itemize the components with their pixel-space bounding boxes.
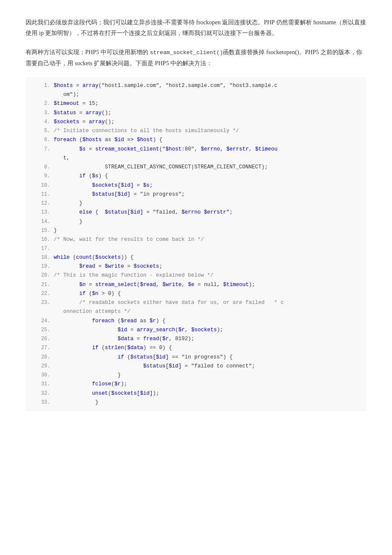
code-line: 4.$sockets = array(); <box>38 118 362 127</box>
line-number: 31. <box>38 380 50 388</box>
code-line: 5./* Initiate connections to all the hos… <box>38 127 362 136</box>
line-content: } <box>54 199 362 208</box>
code-line: 10. $sockets[$id] = $s; <box>38 181 362 190</box>
line-number: 13. <box>38 208 50 217</box>
code-line: 31. fclose($r); <box>38 380 362 389</box>
line-number: 17. <box>38 244 50 253</box>
line-content: fclose($r); <box>54 380 362 389</box>
line-number: 2. <box>38 99 50 108</box>
line-number: 23. <box>38 298 50 307</box>
line-content: unset($sockets[$id]); <box>54 389 362 398</box>
line-number: 20. <box>38 271 50 280</box>
line-content: /* Now, wait for the results to come bac… <box>54 235 362 244</box>
code-line: 32. unset($sockets[$id]); <box>38 389 362 398</box>
line-content: } <box>54 217 362 226</box>
code-line: 18.while (count($sockets)) { <box>38 253 362 262</box>
code-line: 14. } <box>38 217 362 226</box>
line-number: 6. <box>38 136 50 144</box>
line-content: $timeout = 15; <box>54 99 362 108</box>
code-line: 22. if ($n > 0) { <box>38 289 362 298</box>
line-number: 5. <box>38 127 50 135</box>
line-content: $status[$id] = "in progress"; <box>54 190 362 199</box>
line-content: while (count($sockets)) { <box>54 253 362 262</box>
code-line: 29. $status[$id] = "failed to connect"; <box>38 362 362 371</box>
line-content: if ($status[$id] == "in progress") { <box>54 353 362 362</box>
paragraph-1-text: 因此我们必须放弃这段代码；我们可以建立异步连接-不需要等待 fsockopen … <box>26 19 366 36</box>
code-line: 2.$timeout = 15; <box>38 99 362 108</box>
code-line: 15.} <box>38 226 362 235</box>
line-number: 19. <box>38 262 50 271</box>
code-line: 7. $s = stream_socket_client("$host:80",… <box>38 145 362 163</box>
line-content: $status = array(); <box>54 109 362 118</box>
code-line: 27. if (strlen($data) == 0) { <box>38 344 362 353</box>
line-number: 28. <box>38 353 50 361</box>
line-number: 18. <box>38 253 50 262</box>
code-line: 3.$status = array(); <box>38 109 362 118</box>
code-line: 16./* Now, wait for the results to come … <box>38 235 362 244</box>
line-content: if ($n > 0) { <box>54 289 362 298</box>
line-number: 8. <box>38 163 50 171</box>
line-number: 33. <box>38 398 50 407</box>
paragraph-2-start: 有两种方法可以实现；PHP5 中可以使用新增的 <box>26 49 150 55</box>
code-line: 23. /* readable sockets either have data… <box>38 298 362 317</box>
code-line: 9. if ($s) { <box>38 172 362 181</box>
line-content: foreach ($read as $r) { <box>54 317 362 326</box>
line-number: 27. <box>38 344 50 352</box>
line-content: $n = stream_select($read, $write, $e = n… <box>54 280 362 289</box>
line-content: $status[$id] = "failed to connect"; <box>54 362 362 371</box>
line-content: $sockets[$id] = $s; <box>54 181 362 190</box>
code-line: 8. STREAM_CLIENT_ASYNC_CONNECT|STREAM_CL… <box>38 163 362 172</box>
code-line: 25. $id = array_search($r, $sockets); <box>38 326 362 335</box>
line-content: $s = stream_socket_client("$host:80", $e… <box>54 145 362 163</box>
line-content: /* readable sockets either have data for… <box>54 298 362 317</box>
line-content: $data = fread($r, 8192); <box>54 335 362 344</box>
code-line: 28. if ($status[$id] == "in progress") { <box>38 353 362 362</box>
line-content: $read = $write = $sockets; <box>54 262 362 271</box>
line-number: 21. <box>38 280 50 289</box>
code-line: 6.foreach ($hosts as $id => $host) { <box>38 136 362 145</box>
line-content: foreach ($hosts as $id => $host) { <box>54 136 362 145</box>
line-content: /* Initiate connections to all the hosts… <box>54 127 362 136</box>
line-content: } <box>54 371 362 380</box>
line-content: } <box>54 226 362 235</box>
line-content: $id = array_search($r, $sockets); <box>54 326 362 335</box>
line-number: 1. <box>38 81 50 90</box>
line-number: 32. <box>38 389 50 398</box>
code-line: 13. else { $status[$id] = "failed, $errn… <box>38 208 362 217</box>
code-line: 12. } <box>38 199 362 208</box>
code-line: 21. $n = stream_select($read, $write, $e… <box>38 280 362 289</box>
line-number: 11. <box>38 190 50 199</box>
code-line: 19. $read = $write = $sockets; <box>38 262 362 271</box>
line-number: 16. <box>38 235 50 244</box>
code-line: 24. foreach ($read as $r) { <box>38 317 362 326</box>
line-content: /* This is the magic function - explaine… <box>54 271 362 280</box>
code-line: 26. $data = fread($r, 8192); <box>38 335 362 344</box>
code-line: 17. <box>38 244 362 253</box>
line-number: 15. <box>38 226 50 235</box>
line-number: 30. <box>38 371 50 379</box>
line-content: $sockets = array(); <box>54 118 362 127</box>
code-line: 33. } <box>38 398 362 407</box>
line-content: } <box>54 398 362 407</box>
paragraph-1: 因此我们必须放弃这段代码；我们可以建立异步连接-不需要等待 fsockopen … <box>26 17 366 38</box>
code-line: 30. } <box>38 371 362 380</box>
line-content: if ($s) { <box>54 172 362 181</box>
line-number: 3. <box>38 109 50 117</box>
line-number: 10. <box>38 181 50 190</box>
line-content: $hosts = array("host1.sample.com", "host… <box>54 81 362 100</box>
line-number: 22. <box>38 289 50 298</box>
code-block: 1.$hosts = array("host1.sample.com", "ho… <box>26 77 366 411</box>
line-number: 7. <box>38 145 50 153</box>
paragraph-2: 有两种方法可以实现；PHP5 中可以使用新增的 stream_socket_cl… <box>26 47 366 69</box>
line-content: if (strlen($data) == 0) { <box>54 344 362 353</box>
line-content: STREAM_CLIENT_ASYNC_CONNECT|STREAM_CLIEN… <box>54 163 362 172</box>
code-line: 1.$hosts = array("host1.sample.com", "ho… <box>38 81 362 100</box>
line-number: 29. <box>38 362 50 370</box>
line-content: else { $status[$id] = "failed, $errno $e… <box>54 208 362 217</box>
line-number: 26. <box>38 335 50 343</box>
line-number: 9. <box>38 172 50 180</box>
line-number: 4. <box>38 118 50 126</box>
code-line: 20./* This is the magic function - expla… <box>38 271 362 280</box>
line-number: 12. <box>38 199 50 208</box>
stream-socket-client-inline: stream_socket_client() <box>150 49 223 56</box>
